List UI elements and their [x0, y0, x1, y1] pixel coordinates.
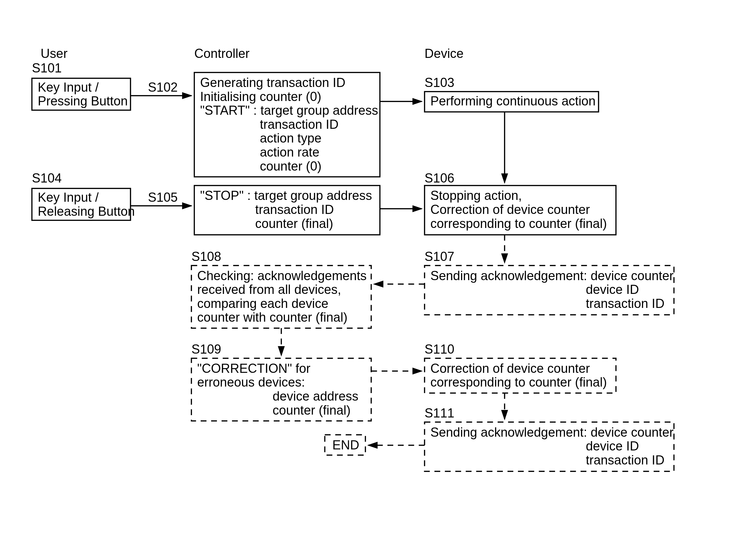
svg-text:Key Input /: Key Input / [38, 80, 99, 94]
svg-text:received from all devices,: received from all devices, [197, 282, 341, 297]
svg-text:"STOP" : target group address: "STOP" : target group address [200, 188, 372, 202]
svg-text:Sending acknowledgement: devic: Sending acknowledgement: device counter [430, 425, 674, 439]
s103-tag: S103 [425, 76, 455, 89]
s101-tag: S101 [32, 61, 62, 75]
svg-text:Checking: acknowledgements: Checking: acknowledgements [197, 269, 366, 283]
svg-text:counter (final): counter (final) [255, 217, 333, 231]
s110-tag: S110 [425, 342, 455, 356]
svg-text:corresponding to counter (fina: corresponding to counter (final) [430, 375, 607, 389]
svg-text:transaction ID: transaction ID [586, 453, 664, 467]
s107-tag: S107 [425, 249, 455, 263]
s104-tag: S104 [32, 171, 62, 185]
svg-text:Performing continuous action: Performing continuous action [430, 94, 596, 108]
svg-text:END: END [333, 438, 359, 452]
s105-tag: S105 [148, 190, 178, 204]
svg-text:Correction of device counter: Correction of device counter [430, 202, 590, 217]
svg-text:action rate: action rate [260, 145, 319, 159]
svg-text:transaction ID: transaction ID [260, 117, 338, 132]
s108-tag: S108 [192, 249, 221, 263]
s111-tag: S111 [425, 406, 455, 420]
svg-text:counter (final): counter (final) [273, 403, 351, 417]
svg-text:"CORRECTION" for: "CORRECTION" for [197, 361, 310, 375]
svg-text:action type: action type [260, 131, 321, 145]
col-device: Device [425, 46, 463, 60]
svg-text:device ID: device ID [586, 282, 639, 297]
svg-text:Initialising counter (0): Initialising counter (0) [200, 89, 321, 104]
svg-text:erroneous devices:: erroneous devices: [197, 375, 305, 389]
svg-text:corresponding to counter (fina: corresponding to counter (final) [430, 217, 607, 231]
s106-tag: S106 [425, 171, 455, 185]
svg-text:Key Input /: Key Input / [38, 190, 99, 204]
s102-tag: S102 [148, 80, 178, 94]
svg-text:"START" : target group address: "START" : target group address [200, 103, 378, 117]
svg-text:device ID: device ID [586, 439, 639, 453]
svg-text:Generating transaction ID: Generating transaction ID [200, 76, 345, 89]
svg-text:device address: device address [273, 389, 358, 403]
svg-text:Sending acknowledgement: devic: Sending acknowledgement: device counter [430, 269, 674, 283]
svg-text:transaction ID: transaction ID [586, 297, 664, 311]
svg-text:transaction ID: transaction ID [255, 202, 334, 217]
svg-text:counter (0): counter (0) [260, 159, 321, 173]
svg-text:counter with counter (final): counter with counter (final) [197, 310, 348, 324]
svg-text:Pressing Button: Pressing Button [38, 94, 128, 108]
svg-text:comparing each device: comparing each device [197, 297, 328, 311]
svg-text:Correction of device counter: Correction of device counter [430, 361, 590, 375]
s109-tag: S109 [192, 342, 221, 356]
svg-text:Releasing Button: Releasing Button [38, 204, 135, 218]
flowchart: User Controller Device S101 Key Input / … [0, 0, 754, 560]
col-user: User [41, 46, 67, 60]
svg-text:Stopping action,: Stopping action, [430, 188, 522, 202]
col-controller: Controller [194, 46, 250, 60]
